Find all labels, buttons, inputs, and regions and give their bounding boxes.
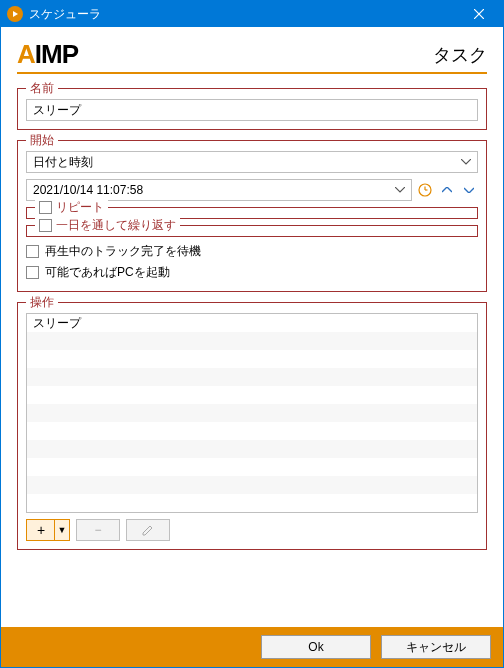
- repeat-checkbox[interactable]: [39, 201, 52, 214]
- start-mode-select[interactable]: 日付と時刻: [26, 151, 478, 173]
- start-mode-value: 日付と時刻: [33, 154, 93, 171]
- close-button[interactable]: [459, 1, 499, 27]
- header-divider: [17, 72, 487, 74]
- add-action-button[interactable]: + ▼: [26, 519, 70, 541]
- actions-group: 操作 スリープ + ▼ −: [17, 302, 487, 550]
- titlebar: スケジューラ: [1, 1, 503, 27]
- header: AIMP タスク: [17, 31, 487, 72]
- close-icon: [474, 9, 484, 19]
- wake-pc-checkbox[interactable]: [26, 266, 39, 279]
- app-logo: AIMP: [17, 39, 78, 70]
- datetime-value: 2021/10/14 11:07:58: [33, 183, 143, 197]
- chevron-up-icon: [442, 187, 452, 193]
- chevron-down-icon: [461, 159, 471, 165]
- wait-track-row: 再生中のトラック完了を待機: [26, 241, 478, 262]
- clock-button[interactable]: [416, 181, 434, 199]
- ok-button[interactable]: Ok: [261, 635, 371, 659]
- plus-icon: +: [27, 523, 55, 537]
- repeat-legend: リピート: [56, 199, 104, 216]
- actions-listbox[interactable]: スリープ: [26, 313, 478, 513]
- cancel-label: キャンセル: [406, 639, 466, 656]
- all-day-checkbox[interactable]: [39, 219, 52, 232]
- datetime-input[interactable]: 2021/10/14 11:07:58: [26, 179, 412, 201]
- clock-icon: [418, 183, 432, 197]
- name-group: 名前: [17, 88, 487, 130]
- button-bar: Ok キャンセル: [1, 627, 503, 667]
- start-legend: 開始: [26, 132, 58, 149]
- spin-up-button[interactable]: [438, 181, 456, 199]
- edit-action-button[interactable]: [126, 519, 170, 541]
- name-legend: 名前: [26, 80, 58, 97]
- start-group: 開始 日付と時刻 2021/10/14 11:07:58: [17, 140, 487, 292]
- chevron-down-icon: [464, 187, 474, 193]
- wake-pc-row: 可能であればPCを起動: [26, 262, 478, 283]
- wait-track-label: 再生中のトラック完了を待機: [45, 243, 201, 260]
- wake-pc-label: 可能であればPCを起動: [45, 264, 170, 281]
- actions-toolbar: + ▼ −: [26, 519, 478, 541]
- minus-icon: −: [94, 523, 101, 537]
- window-title: スケジューラ: [29, 6, 459, 23]
- app-icon: [7, 6, 23, 22]
- remove-action-button[interactable]: −: [76, 519, 120, 541]
- ok-label: Ok: [308, 640, 323, 654]
- spin-down-button[interactable]: [460, 181, 478, 199]
- chevron-down-icon: [395, 187, 405, 193]
- all-day-legend: 一日を通して繰り返す: [56, 217, 176, 234]
- page-title: タスク: [433, 43, 487, 67]
- wait-track-checkbox[interactable]: [26, 245, 39, 258]
- all-day-group: 一日を通して繰り返す: [26, 225, 478, 237]
- cancel-button[interactable]: キャンセル: [381, 635, 491, 659]
- dropdown-arrow-icon: ▼: [55, 525, 69, 535]
- list-item[interactable]: スリープ: [27, 314, 477, 332]
- name-input[interactable]: [26, 99, 478, 121]
- actions-legend: 操作: [26, 294, 58, 311]
- pencil-icon: [142, 524, 154, 536]
